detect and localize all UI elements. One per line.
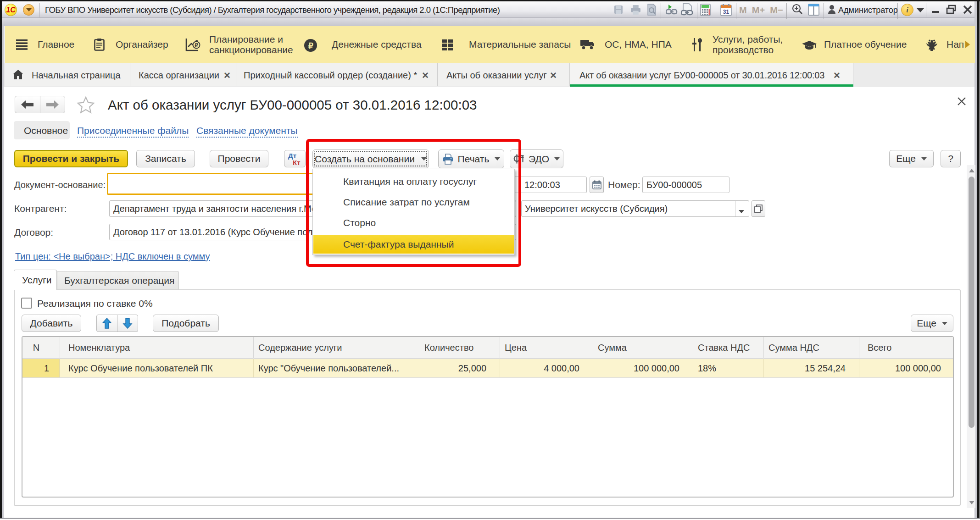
svg-text:₽: ₽: [308, 42, 313, 50]
svg-text:₽: ₽: [195, 42, 198, 49]
svg-text:31: 31: [723, 9, 729, 15]
